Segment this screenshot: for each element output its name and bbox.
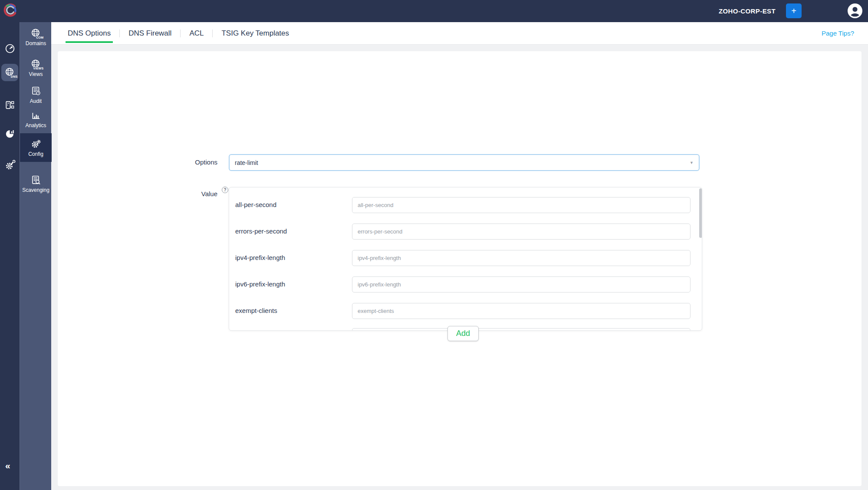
server-network-icon[interactable]	[4, 99, 16, 111]
user-avatar[interactable]	[848, 3, 862, 18]
tab-dns-firewall[interactable]: DNS Firewall	[120, 22, 180, 45]
globe-views-icon: VIEWS	[30, 59, 42, 70]
person-icon	[848, 3, 862, 18]
field-input-ipv6-prefix-length[interactable]	[352, 276, 690, 293]
field-input-exempt-clients[interactable]	[352, 303, 690, 319]
value-fields-panel: all-per-second errors-per-second ipv4-pr…	[229, 187, 702, 331]
sidebar-item-config-selected[interactable]: Config	[20, 133, 52, 162]
panel-scrollbar-thumb[interactable]	[699, 188, 702, 238]
tab-tsig-key-templates[interactable]: TSIG Key Templates	[213, 22, 298, 45]
options-label: Options	[165, 158, 217, 166]
value-label: Value	[165, 190, 217, 197]
top-bar: ZOHO-CORP-EST +	[0, 0, 868, 22]
sidebar-item-label: Config	[28, 151, 43, 157]
sidebar-item-views[interactable]: VIEWS Views	[20, 59, 52, 77]
field-label-errors-per-second: errors-per-second	[235, 227, 287, 235]
sidebar-item-scavenging[interactable]: Scavenging	[20, 174, 52, 193]
globe-com-badge: COM	[36, 36, 44, 39]
add-button-header[interactable]: +	[786, 3, 802, 18]
main-content: DNS Options DNS Firewall ACL TSIG Key Te…	[51, 22, 868, 490]
sidebar-item-analytics[interactable]: Analytics	[20, 110, 52, 128]
help-icon[interactable]: ?	[222, 187, 228, 193]
sidebar-item-label: Scavenging	[22, 187, 49, 193]
sidebar-collapse-button[interactable]: «	[5, 460, 10, 471]
field-label-ipv4-prefix-length: ipv4-prefix-length	[235, 254, 285, 261]
tab-acl[interactable]: ACL	[181, 22, 212, 45]
app-root: ZOHO-CORP-EST +	[0, 0, 868, 490]
bar-chart-icon	[30, 110, 42, 121]
sidebar-item-domains[interactable]: COM Domains	[20, 28, 52, 46]
sidebar-item-label: Views	[29, 71, 43, 77]
document-search-icon	[30, 174, 42, 186]
globe-com-icon: COM	[30, 28, 42, 39]
sidebar-item-audit[interactable]: Audit	[20, 86, 52, 104]
field-input-next-partial[interactable]	[352, 328, 690, 331]
add-value-button[interactable]: Add	[447, 326, 479, 341]
field-label-all-per-second: all-per-second	[235, 201, 276, 208]
field-input-errors-per-second[interactable]	[352, 224, 690, 240]
field-label-ipv6-prefix-length: ipv6-prefix-length	[235, 280, 285, 288]
speedometer-icon[interactable]	[4, 43, 16, 54]
globe-views-badge: VIEWS	[33, 67, 44, 70]
options-select[interactable]: rate-limit ▼	[229, 154, 700, 171]
page-tips-link[interactable]: Page Tips?	[822, 30, 854, 37]
gear-wrench-icon[interactable]	[4, 160, 16, 171]
secondary-sidebar: COM Domains VIEWS Views	[20, 22, 51, 490]
dns-globe-icon-selected[interactable]: DNS	[1, 64, 18, 81]
field-input-all-per-second[interactable]	[352, 197, 690, 213]
field-label-exempt-clients: exempt-clients	[235, 307, 277, 314]
dns-globe-icon: DNS	[4, 67, 16, 78]
options-select-value: rate-limit	[235, 159, 258, 166]
pie-chart-icon[interactable]	[4, 128, 16, 139]
chevron-down-icon: ▼	[690, 161, 694, 165]
tab-bar: DNS Options DNS Firewall ACL TSIG Key Te…	[51, 22, 868, 45]
primary-sidebar: DNS	[0, 0, 20, 490]
gears-icon	[30, 138, 42, 150]
sidebar-item-label: Analytics	[25, 122, 46, 128]
app-logo-icon[interactable]	[2, 3, 18, 19]
tab-dns-options[interactable]: DNS Options	[59, 22, 119, 45]
sidebar-item-label: Domains	[26, 40, 46, 46]
organization-name: ZOHO-CORP-EST	[719, 0, 776, 22]
dns-options-panel: Options rate-limit ▼ Value ? all-per-sec…	[58, 51, 861, 486]
dns-globe-badge: DNS	[10, 75, 18, 78]
document-clock-icon	[30, 86, 42, 97]
field-input-ipv4-prefix-length[interactable]	[352, 250, 690, 266]
sidebar-item-label: Audit	[30, 98, 42, 104]
